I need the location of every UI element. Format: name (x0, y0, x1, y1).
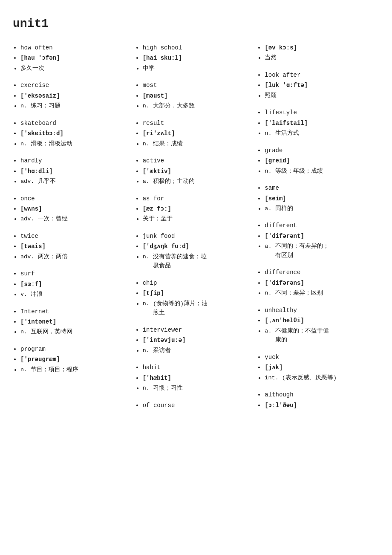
col3-list: look after [luk 'ɑːftə] 照顾 (257, 70, 375, 100)
col2-list: chip [tʃip] n. (食物等的)薄片；油 煎土 (135, 278, 253, 318)
list-item: adv. 一次；曾经 (20, 214, 131, 224)
main-content: how often [hau 'ɔfən] 多久一次 exercise ['ek… (13, 43, 379, 411)
list-item: ['eksəsaiz] (20, 91, 131, 101)
list-item: adv. 几乎不 (20, 177, 131, 186)
list-item: junk food (143, 231, 253, 241)
col3-list: same [seim] a. 同样的 (257, 183, 375, 213)
list-item: ['æktiv] (143, 167, 253, 176)
list-item: adv. 两次；两倍 (20, 252, 131, 262)
list-item: unhealthy (265, 306, 375, 315)
list-item: ['intənet] (20, 317, 131, 327)
column-2: high school [hai skuːl] 中学 most [məust] … (135, 43, 257, 411)
col1-list: Internet ['intənet] n. 互联网，英特网 (13, 307, 131, 337)
list-item: n. 采访者 (143, 346, 253, 356)
col2-list: most [məust] n. 大部分，大多数 (135, 81, 253, 110)
list-item: lifestyle (265, 108, 375, 117)
list-item: surf (20, 269, 131, 278)
col1-list: twice [twais] adv. 两次；两倍 (13, 231, 131, 261)
list-item: ['dʒʌŋk fuːd] (143, 242, 253, 251)
list-item: n. 节目；项目；程序 (20, 365, 131, 375)
col3-list: yuck [jʌk] int. (表示反感、厌恶等) (257, 353, 375, 382)
list-item: [wʌns] (20, 204, 131, 214)
list-item: grade (265, 146, 375, 155)
col1-list: hardly ['hɑːdli] adv. 几乎不 (13, 156, 131, 186)
list-item: n. 不同；差异；区别 (265, 289, 375, 298)
col2-list: as for [æz fɔː] 关于；至于 (135, 194, 253, 224)
list-item: different (265, 221, 375, 230)
list-item: most (143, 81, 253, 90)
col1-list: once [wʌns] adv. 一次；曾经 (13, 194, 131, 224)
col1-list: program ['prəugræm] n. 节目；项目；程序 (13, 344, 131, 374)
list-item: a. 不健康的；不益于健 康的 (265, 327, 375, 345)
list-item: how often (20, 43, 131, 52)
list-item: a. 不同的；有差异的； 有区别 (265, 242, 375, 260)
list-item: twice (20, 231, 131, 241)
col2-list: result [ri'zʌlt] n. 结果；成绩 (135, 119, 253, 148)
list-item: n. 没有营养的速食；垃 圾食品 (143, 252, 253, 271)
col1-list: exercise ['eksəsaiz] n. 练习；习题 (13, 81, 131, 110)
list-item: skateboard (20, 119, 131, 128)
list-item: ['difərənt] (265, 231, 375, 241)
col3-list: although [ɔːl'ðəu] (257, 390, 375, 410)
page-title: unit1 (13, 17, 379, 30)
list-item: result (143, 119, 253, 128)
list-item: hardly (20, 156, 131, 165)
list-item: 多久一次 (20, 64, 131, 73)
col1-list: surf [sɜːf] v. 冲浪 (13, 269, 131, 299)
list-item: 中学 (143, 64, 253, 73)
column-1: how often [hau 'ɔfən] 多久一次 exercise ['ek… (13, 43, 135, 375)
list-item: n. 等级；年级；成绩 (265, 167, 375, 176)
list-item: ['skeitbɔːd] (20, 129, 131, 138)
list-item: habit (143, 363, 253, 372)
list-item: [tʃip] (143, 289, 253, 298)
col2-list: interviewer ['intəvjuːə] n. 采访者 (135, 325, 253, 355)
list-item: v. 冲浪 (20, 290, 131, 299)
list-item: [greid] (265, 156, 375, 165)
list-item: of course (143, 401, 253, 410)
list-item: [luk 'ɑːftə] (265, 81, 375, 90)
list-item: n. 习惯；习性 (143, 384, 253, 393)
col3-list: lifestyle ['laifstail] n. 生活方式 (257, 108, 375, 138)
list-item: n. 大部分，大多数 (143, 101, 253, 111)
list-item: [sɜːf] (20, 280, 131, 289)
list-item: [twais] (20, 242, 131, 251)
list-item: n. 练习；习题 (20, 101, 131, 111)
list-item: [ɔːl'ðəu] (265, 401, 375, 410)
list-item: ['prəugræm] (20, 355, 131, 364)
list-item: [hai skuːl] (143, 53, 253, 63)
list-item: [hau 'ɔfən] (20, 53, 131, 63)
list-item: chip (143, 278, 253, 288)
list-item: ['hɑːdli] (20, 167, 131, 176)
list-item: interviewer (143, 325, 253, 335)
list-item: active (143, 156, 253, 165)
list-item: same (265, 183, 375, 193)
list-item: [əv kɔːs] (265, 43, 375, 52)
list-item: once (20, 194, 131, 203)
list-item: [jʌk] (265, 363, 375, 372)
col1-list: how often [hau 'ɔfən] 多久一次 (13, 43, 131, 73)
list-item: int. (表示反感、厌恶等) (265, 373, 375, 383)
col1-list: skateboard ['skeitbɔːd] n. 滑板；滑板运动 (13, 119, 131, 148)
col3-list: grade [greid] n. 等级；年级；成绩 (257, 146, 375, 176)
list-item: 关于；至于 (143, 214, 253, 224)
list-item: [məust] (143, 91, 253, 101)
col2-list: high school [hai skuːl] 中学 (135, 43, 253, 73)
col3-list: different ['difərənt] a. 不同的；有差异的； 有区别 (257, 221, 375, 260)
list-item: although (265, 390, 375, 399)
col2-list: active ['æktiv] a. 积极的；主动的 (135, 156, 253, 186)
list-item: high school (143, 43, 253, 52)
list-item: n. 生活方式 (265, 129, 375, 138)
col3-list: unhealthy [ˌʌn'helθi] a. 不健康的；不益于健 康的 (257, 306, 375, 345)
list-item: n. 结果；成绩 (143, 139, 253, 149)
col2-list: junk food ['dʒʌŋk fuːd] n. 没有营养的速食；垃 圾食品 (135, 231, 253, 271)
col2-list: habit ['hæbit] n. 习惯；习性 (135, 363, 253, 393)
list-item: [seim] (265, 194, 375, 203)
list-item: n. (食物等的)薄片；油 煎土 (143, 299, 253, 318)
list-item: ['intəvjuːə] (143, 335, 253, 345)
list-item: yuck (265, 353, 375, 362)
list-item: a. 积极的；主动的 (143, 177, 253, 186)
col2-list: of course (135, 401, 253, 410)
list-item: exercise (20, 81, 131, 90)
list-item: ['difərəns] (265, 278, 375, 288)
list-item: as for (143, 194, 253, 203)
